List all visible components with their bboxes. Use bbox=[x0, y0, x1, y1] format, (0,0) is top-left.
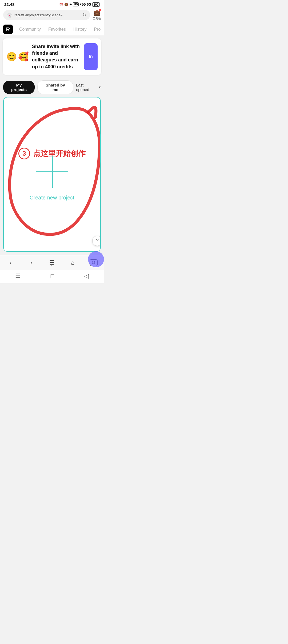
android-menu-icon: ☰ bbox=[15, 273, 21, 279]
toolbox-label: 工具箱 bbox=[93, 17, 101, 21]
shared-by-filter[interactable]: Shared by me bbox=[37, 80, 73, 94]
logo-letter: R bbox=[6, 26, 10, 33]
invite-banner: 😊 🥰 Share invite link with friends and c… bbox=[3, 38, 101, 75]
chevron-down-icon: ▾ bbox=[99, 85, 101, 89]
create-content: 3 点这里开始创作 Create new project bbox=[18, 148, 86, 201]
invite-button[interactable]: In bbox=[84, 43, 98, 70]
tab-favorites[interactable]: Favorites bbox=[45, 23, 70, 36]
android-nav: ☰ □ ◁ bbox=[0, 270, 104, 283]
project-filters: My projects Shared by me Last opened ▾ bbox=[0, 78, 104, 97]
sort-label: Last opened bbox=[76, 83, 98, 92]
android-home-button[interactable]: □ bbox=[51, 273, 54, 280]
step-number: 3 bbox=[18, 148, 30, 159]
plus-crosshair-icon bbox=[36, 164, 68, 180]
tab-history[interactable]: History bbox=[70, 23, 90, 36]
url-text: recraft.ai/projects?entryScene=... bbox=[14, 13, 80, 17]
hd-icon: HD bbox=[73, 2, 78, 6]
help-button[interactable]: ? bbox=[92, 236, 101, 246]
menu-button[interactable]: ☰ ✓ bbox=[45, 258, 59, 268]
battery-icon: 100 bbox=[92, 2, 100, 7]
blue-decoration bbox=[88, 251, 104, 267]
invite-emoji: 😊 🥰 bbox=[6, 52, 29, 62]
signal-icon: +5G bbox=[80, 3, 86, 6]
forward-icon: › bbox=[30, 259, 32, 266]
ghost-icon: 👻 bbox=[7, 13, 12, 18]
android-home-icon: □ bbox=[51, 273, 54, 279]
recraft-logo[interactable]: R bbox=[3, 25, 13, 34]
create-chinese-text: 点这里开始创作 bbox=[33, 148, 86, 159]
my-projects-filter[interactable]: My projects bbox=[3, 81, 35, 94]
reload-button[interactable]: ↻ bbox=[82, 12, 86, 18]
create-label: Create new project bbox=[30, 195, 74, 201]
forward-button[interactable]: › bbox=[25, 258, 38, 268]
home-icon: ⌂ bbox=[71, 259, 74, 266]
bluetooth-icon: ✦ bbox=[69, 3, 72, 6]
tab-community[interactable]: Community bbox=[15, 23, 45, 36]
browser-bar: 👻 recraft.ai/projects?entryScene=... ↻ 💼… bbox=[0, 8, 104, 23]
create-project-card[interactable]: 3 点这里开始创作 Create new project ? bbox=[3, 97, 101, 252]
emoji2: 🥰 bbox=[18, 52, 29, 62]
signal2-icon: 5G bbox=[87, 3, 91, 6]
back-icon: ‹ bbox=[9, 259, 11, 266]
status-bar: 22:48 ⏰ 🔕 ✦ HD +5G 5G 100 bbox=[0, 0, 104, 8]
invite-text: Share invite link with friends and colle… bbox=[32, 43, 81, 70]
status-time: 22:48 bbox=[4, 2, 14, 7]
tab-pro[interactable]: Pro bbox=[90, 23, 104, 36]
toolbox-button[interactable]: 💼 工具箱 bbox=[93, 9, 101, 21]
emoji1: 😊 bbox=[6, 52, 17, 62]
home-button[interactable]: ⌂ bbox=[66, 258, 79, 268]
mute-icon: 🔕 bbox=[64, 3, 68, 6]
android-back-icon: ◁ bbox=[84, 273, 89, 279]
android-menu-button[interactable]: ☰ bbox=[15, 273, 21, 280]
sort-dropdown[interactable]: Last opened ▾ bbox=[76, 83, 101, 92]
alarm-icon: ⏰ bbox=[59, 3, 63, 6]
nav-tabs: R Community Favorites History Pro bbox=[0, 23, 104, 36]
back-button[interactable]: ‹ bbox=[4, 258, 17, 268]
android-back-button[interactable]: ◁ bbox=[84, 273, 89, 280]
status-icons: ⏰ 🔕 ✦ HD +5G 5G 100 bbox=[59, 2, 100, 7]
notification-dot bbox=[99, 9, 101, 11]
url-bar[interactable]: 👻 recraft.ai/projects?entryScene=... ↻ bbox=[3, 10, 90, 20]
